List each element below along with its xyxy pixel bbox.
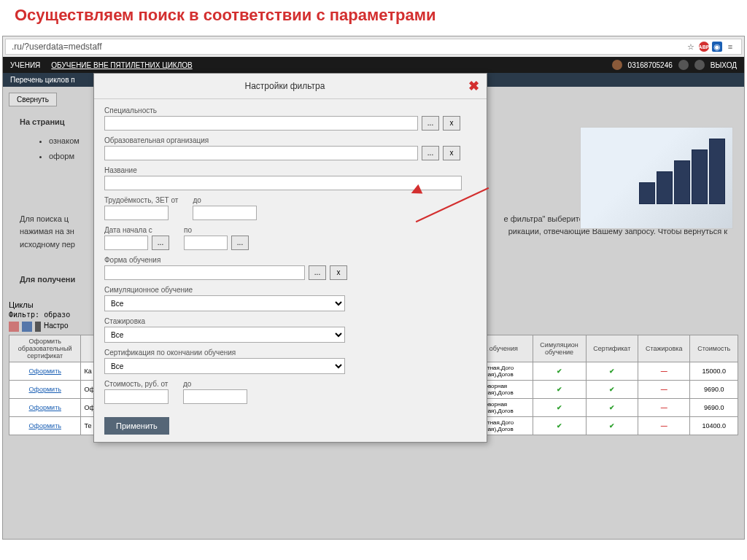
help-icon[interactable] bbox=[694, 60, 705, 70]
sim-label: Симуляционное обучение bbox=[104, 286, 476, 294]
cert-label: Сертификация по окончании обучения bbox=[104, 349, 476, 357]
bg-para2a: нажимая на зн bbox=[20, 225, 74, 238]
effort-to-input[interactable] bbox=[193, 206, 257, 220]
tool-icon-3[interactable] bbox=[35, 322, 41, 332]
apply-button[interactable]: Применить bbox=[104, 417, 169, 435]
close-icon[interactable]: ✖ bbox=[468, 78, 479, 94]
intern-select[interactable]: Все bbox=[104, 327, 345, 343]
dash-icon: — bbox=[661, 404, 667, 411]
date-to-picker-button[interactable]: ... bbox=[231, 236, 249, 250]
specialty-clear-button[interactable]: x bbox=[443, 116, 460, 131]
link-oformit[interactable]: Оформить bbox=[29, 386, 61, 393]
th-sim: Симуляцион обучение bbox=[533, 335, 586, 362]
cost-from-label: Стоимость, руб. от bbox=[104, 380, 169, 388]
cell-cost: 10400.0 bbox=[690, 417, 738, 435]
org-input[interactable] bbox=[104, 146, 418, 160]
check-icon: ✔ bbox=[557, 422, 562, 429]
menu-icon[interactable]: ≡ bbox=[725, 42, 735, 52]
user-icon[interactable] bbox=[612, 60, 622, 70]
tool-icon-1[interactable] bbox=[9, 322, 19, 332]
gear-icon[interactable] bbox=[678, 60, 689, 70]
check-icon: ✔ bbox=[609, 368, 615, 375]
sim-select[interactable]: Все bbox=[104, 295, 345, 311]
link-oformit[interactable]: Оформить bbox=[29, 422, 61, 429]
nav-item-1[interactable]: УЧЕНИЯ bbox=[10, 61, 40, 69]
date-from-input[interactable] bbox=[104, 236, 148, 250]
form-label: Форма обучения bbox=[104, 256, 476, 264]
user-id: 03168705246 bbox=[628, 61, 673, 69]
th-cert2: Сертификат bbox=[586, 335, 638, 362]
check-icon: ✔ bbox=[609, 422, 615, 429]
modal-title: Настройки фильтра bbox=[101, 81, 468, 91]
tool-icon-2[interactable] bbox=[22, 322, 32, 332]
date-to-input[interactable] bbox=[184, 236, 228, 250]
date-from-picker-button[interactable]: ... bbox=[152, 236, 169, 250]
th-cost: Стоимость bbox=[690, 335, 738, 362]
cell-cost: 9690.0 bbox=[690, 399, 738, 417]
specialty-browse-button[interactable]: ... bbox=[422, 116, 439, 131]
decorative-image bbox=[580, 127, 733, 229]
effort-from-label: Трудоёмкость, ЗЕТ от bbox=[104, 196, 178, 204]
date-from-label: Дата начала с bbox=[104, 226, 169, 234]
date-to-label: по bbox=[184, 226, 249, 234]
bg-para1a: Для поиска ц bbox=[20, 213, 69, 226]
cost-to-input[interactable] bbox=[183, 389, 247, 404]
eye-icon[interactable]: ◉ bbox=[712, 42, 722, 52]
logout-button[interactable]: ВЫХОД bbox=[711, 61, 737, 69]
name-label: Название bbox=[104, 166, 476, 174]
th-intern: Стажировка bbox=[638, 335, 690, 362]
link-oformit[interactable]: Оформить bbox=[29, 404, 61, 411]
filter-modal: Настройки фильтра ✖ Специальность ... x … bbox=[93, 73, 487, 443]
star-icon[interactable]: ☆ bbox=[686, 42, 696, 52]
url-bar[interactable]: .ru/?userdata=medstaff ☆ ABP ◉ ≡ bbox=[5, 39, 742, 55]
form-clear-button[interactable]: x bbox=[330, 265, 347, 280]
collapse-button[interactable]: Свернуть bbox=[9, 93, 57, 106]
cell-cost: 15000.0 bbox=[690, 362, 738, 381]
top-nav: УЧЕНИЯ ОБУЧЕНИЕ ВНЕ ПЯТИЛЕТНИХ ЦИКЛОВ 03… bbox=[3, 57, 744, 73]
org-label: Образовательная организация bbox=[104, 136, 476, 144]
nav-item-2[interactable]: ОБУЧЕНИЕ ВНЕ ПЯТИЛЕТНИХ ЦИКЛОВ bbox=[51, 61, 192, 69]
effort-to-label: до bbox=[193, 196, 257, 204]
check-icon: ✔ bbox=[609, 386, 615, 393]
cost-from-input[interactable] bbox=[104, 389, 169, 404]
specialty-input[interactable] bbox=[104, 116, 418, 131]
link-oformit[interactable]: Оформить bbox=[29, 368, 61, 375]
dash-icon: — bbox=[661, 368, 667, 375]
dash-icon: — bbox=[661, 422, 667, 429]
specialty-label: Специальность bbox=[104, 106, 476, 114]
form-input[interactable] bbox=[104, 265, 305, 280]
cost-to-label: до bbox=[183, 380, 247, 388]
cert-select[interactable]: Все bbox=[104, 358, 345, 374]
bg-heading: На страниц bbox=[20, 117, 65, 126]
th-cert: Оформить образовательный сертификат bbox=[9, 335, 81, 362]
abp-icon[interactable]: ABP bbox=[699, 42, 709, 52]
check-icon: ✔ bbox=[557, 386, 562, 393]
slide-title: Осуществляем поиск в соответствии с пара… bbox=[0, 0, 747, 36]
check-icon: ✔ bbox=[557, 368, 562, 375]
annotation-arrow bbox=[412, 186, 492, 222]
settings-link[interactable]: Настро bbox=[44, 322, 69, 332]
check-icon: ✔ bbox=[609, 404, 615, 411]
org-browse-button[interactable]: ... bbox=[422, 146, 439, 160]
url-text: .ru/?userdata=medstaff bbox=[12, 42, 102, 52]
form-browse-button[interactable]: ... bbox=[309, 265, 326, 280]
check-icon: ✔ bbox=[557, 404, 562, 411]
bg-para4: Для получени bbox=[20, 275, 75, 284]
effort-from-input[interactable] bbox=[104, 206, 169, 220]
cell-cost: 9690.0 bbox=[690, 381, 738, 399]
intern-label: Стажировка bbox=[104, 317, 476, 325]
dash-icon: — bbox=[661, 386, 667, 393]
org-clear-button[interactable]: x bbox=[443, 146, 460, 160]
